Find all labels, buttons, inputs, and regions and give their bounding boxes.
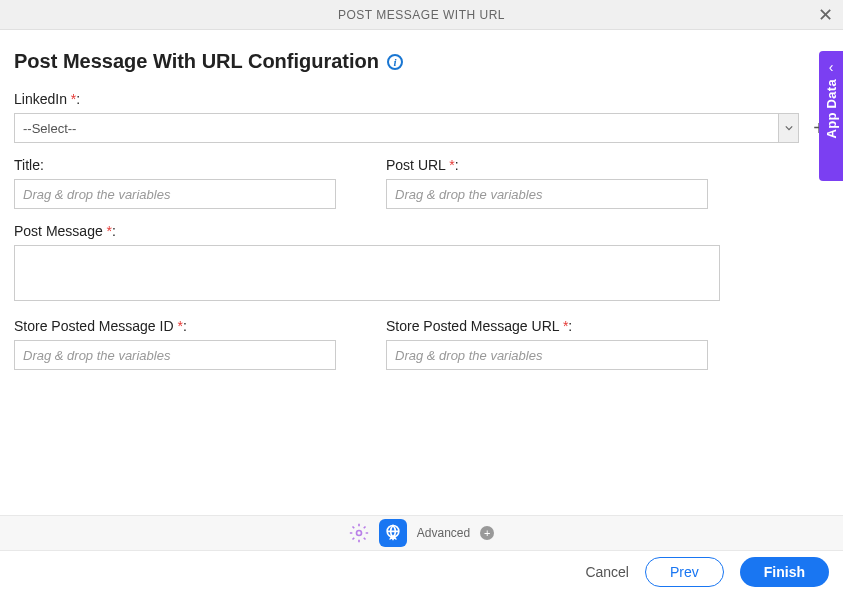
- post-url-label: Post URL *:: [386, 157, 708, 173]
- chevron-left-icon: ‹: [829, 59, 834, 75]
- post-message-label: Post Message *:: [14, 223, 829, 239]
- linkedin-select-input[interactable]: [15, 114, 778, 142]
- gear-icon[interactable]: [349, 523, 369, 543]
- add-advanced-button[interactable]: +: [480, 526, 494, 540]
- post-url-field-group: Post URL *:: [386, 157, 708, 209]
- colon: :: [76, 91, 80, 107]
- colon: :: [112, 223, 116, 239]
- store-url-input[interactable]: [386, 340, 708, 370]
- store-url-label-text: Store Posted Message URL: [386, 318, 563, 334]
- linkedin-select-row: +: [14, 113, 829, 143]
- info-icon[interactable]: i: [387, 54, 403, 70]
- svg-point-0: [356, 531, 361, 536]
- finish-button[interactable]: Finish: [740, 557, 829, 587]
- dialog-title: POST MESSAGE WITH URL: [338, 8, 505, 22]
- colon: :: [568, 318, 572, 334]
- store-id-label: Store Posted Message ID *:: [14, 318, 336, 334]
- close-icon[interactable]: ✕: [818, 6, 833, 24]
- content-area: Post Message With URL Configuration i Li…: [0, 30, 843, 370]
- post-url-input[interactable]: [386, 179, 708, 209]
- post-message-label-text: Post Message: [14, 223, 107, 239]
- advanced-label: Advanced: [417, 526, 470, 540]
- page-title: Post Message With URL Configuration: [14, 50, 379, 73]
- post-url-label-text: Post URL: [386, 157, 449, 173]
- bottom-toolbar: Advanced +: [0, 515, 843, 551]
- post-message-field-group: Post Message *:: [14, 223, 829, 304]
- chevron-down-icon[interactable]: [778, 114, 798, 142]
- cancel-button[interactable]: Cancel: [585, 564, 629, 580]
- linkedin-select[interactable]: [14, 113, 799, 143]
- title-input[interactable]: [14, 179, 336, 209]
- title-url-row: Title: Post URL *:: [14, 157, 829, 209]
- www-icon[interactable]: [379, 519, 407, 547]
- store-url-label: Store Posted Message URL *:: [386, 318, 708, 334]
- store-url-field-group: Store Posted Message URL *:: [386, 318, 708, 370]
- store-id-input[interactable]: [14, 340, 336, 370]
- page-title-row: Post Message With URL Configuration i: [14, 50, 829, 73]
- app-data-label: App Data: [824, 79, 839, 138]
- title-label: Title:: [14, 157, 336, 173]
- linkedin-field-group: LinkedIn *: +: [14, 91, 829, 143]
- store-id-label-text: Store Posted Message ID: [14, 318, 177, 334]
- dialog-header: POST MESSAGE WITH URL ✕: [0, 0, 843, 30]
- colon: :: [183, 318, 187, 334]
- footer: Cancel Prev Finish: [0, 551, 843, 593]
- title-field-group: Title:: [14, 157, 336, 209]
- linkedin-label-text: LinkedIn: [14, 91, 71, 107]
- app-data-tab[interactable]: ‹ App Data: [819, 51, 843, 181]
- linkedin-label: LinkedIn *:: [14, 91, 829, 107]
- store-id-field-group: Store Posted Message ID *:: [14, 318, 336, 370]
- prev-button[interactable]: Prev: [645, 557, 724, 587]
- post-message-textarea[interactable]: [14, 245, 720, 301]
- store-row: Store Posted Message ID *: Store Posted …: [14, 318, 829, 370]
- colon: :: [455, 157, 459, 173]
